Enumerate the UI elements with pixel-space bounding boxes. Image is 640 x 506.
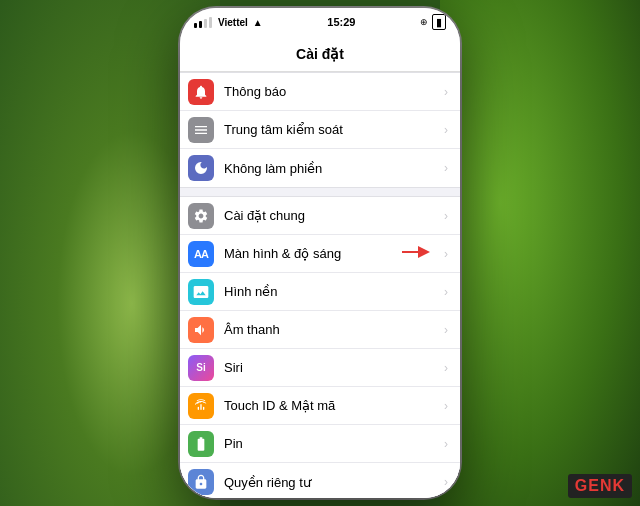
chevron-am-thanh: › [444, 323, 448, 337]
section-notifications: Thông báo › Trung tâm kiểm soát › Không … [180, 72, 460, 188]
phone-frame: Viettel ▲ 15:29 ⊕ ▮ Cài đặt Thông báo › [180, 8, 460, 498]
row-cai-dat-chung[interactable]: Cài đặt chung › [180, 197, 460, 235]
chevron-trung-tam: › [444, 123, 448, 137]
label-khong-lam-phien: Không làm phiền [224, 161, 440, 176]
status-time: 15:29 [327, 16, 355, 28]
chevron-hinh-nen: › [444, 285, 448, 299]
chevron-quyen-rieng-tu: › [444, 475, 448, 489]
label-hinh-nen: Hình nền [224, 284, 440, 299]
chevron-cai-dat-chung: › [444, 209, 448, 223]
row-hinh-nen[interactable]: Hình nền › [180, 273, 460, 311]
label-thong-bao: Thông báo [224, 84, 440, 99]
genk-watermark: GENK [568, 474, 632, 498]
icon-man-hinh: AA [188, 241, 214, 267]
icon-khong-lam-phien [188, 155, 214, 181]
settings-scroll[interactable]: Thông báo › Trung tâm kiểm soát › Không … [180, 72, 460, 498]
label-touch-id: Touch ID & Mật mã [224, 398, 440, 413]
section-general: Cài đặt chung › AA Màn hình & độ sáng [180, 196, 460, 498]
row-quyen-rieng-tu[interactable]: Quyền riêng tư › [180, 463, 460, 498]
chevron-khong-lam-phien: › [444, 161, 448, 175]
status-right: ⊕ ▮ [420, 14, 446, 30]
row-thong-bao[interactable]: Thông báo › [180, 73, 460, 111]
row-touch-id[interactable]: Touch ID & Mật mã › [180, 387, 460, 425]
icon-trung-tam [188, 117, 214, 143]
chevron-touch-id: › [444, 399, 448, 413]
status-left: Viettel ▲ [194, 17, 263, 28]
icon-touch-id [188, 393, 214, 419]
label-siri: Siri [224, 360, 440, 375]
red-arrow-annotation [402, 244, 430, 264]
battery-icon: ▮ [432, 14, 446, 30]
row-man-hinh[interactable]: AA Màn hình & độ sáng › [180, 235, 460, 273]
icon-thong-bao [188, 79, 214, 105]
icon-pin [188, 431, 214, 457]
icon-am-thanh [188, 317, 214, 343]
carrier-label: Viettel [218, 17, 248, 28]
label-am-thanh: Âm thanh [224, 322, 440, 337]
icon-hinh-nen [188, 279, 214, 305]
status-bar: Viettel ▲ 15:29 ⊕ ▮ [180, 8, 460, 36]
label-pin: Pin [224, 436, 440, 451]
label-cai-dat-chung: Cài đặt chung [224, 208, 440, 223]
label-trung-tam: Trung tâm kiểm soát [224, 122, 440, 137]
chevron-man-hinh: › [444, 247, 448, 261]
nav-bar: Cài đặt [180, 36, 460, 72]
genk-text: GENK [575, 477, 625, 494]
row-trung-tam[interactable]: Trung tâm kiểm soát › [180, 111, 460, 149]
row-siri[interactable]: Si Siri › [180, 349, 460, 387]
icon-quyen-rieng-tu [188, 469, 214, 495]
icon-cai-dat-chung [188, 203, 214, 229]
chevron-siri: › [444, 361, 448, 375]
signal-dots [194, 17, 212, 28]
chevron-pin: › [444, 437, 448, 451]
wifi-icon: ▲ [253, 17, 263, 28]
orientation-icon: ⊕ [420, 17, 428, 27]
icon-siri: Si [188, 355, 214, 381]
chevron-thong-bao: › [444, 85, 448, 99]
row-khong-lam-phien[interactable]: Không làm phiền › [180, 149, 460, 187]
label-quyen-rieng-tu: Quyền riêng tư [224, 475, 440, 490]
row-am-thanh[interactable]: Âm thanh › [180, 311, 460, 349]
page-title: Cài đặt [296, 46, 344, 62]
row-pin[interactable]: Pin › [180, 425, 460, 463]
